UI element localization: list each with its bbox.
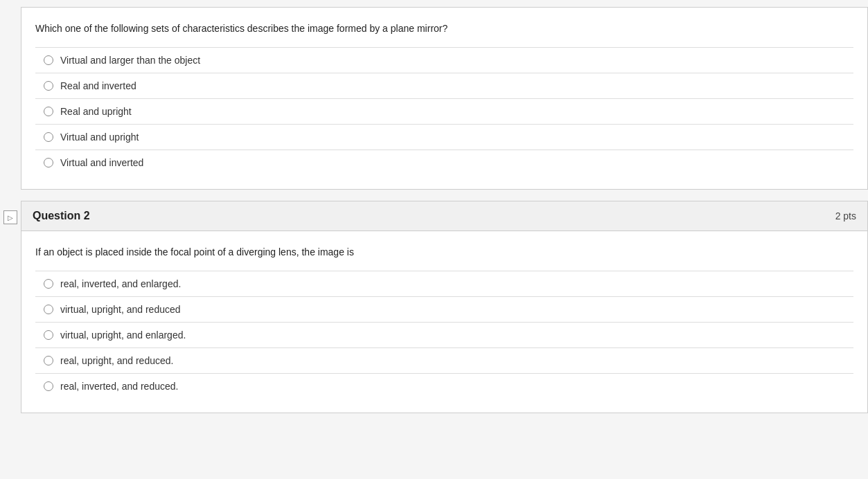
option-label: Real and upright (60, 106, 132, 117)
q2-side-marker: ▷ (0, 201, 21, 413)
question-2-block: Question 2 2 pts If an object is placed … (21, 201, 868, 413)
page-container: Which one of the following sets of chara… (0, 0, 868, 479)
question-2-header: Question 2 2 pts (21, 201, 867, 231)
radio-button[interactable] (44, 356, 53, 365)
question-2-wrapper: ▷ Question 2 2 pts If an object is place… (0, 201, 868, 413)
question-1-block: Which one of the following sets of chara… (21, 7, 868, 190)
option-label: real, inverted, and enlarged. (60, 278, 181, 289)
question-2-body: If an object is placed inside the focal … (21, 231, 867, 413)
list-item[interactable]: virtual, upright, and reduced (35, 297, 853, 323)
list-item[interactable]: Virtual and inverted (35, 150, 853, 175)
option-label: real, inverted, and reduced. (60, 381, 178, 392)
option-label: real, upright, and reduced. (60, 355, 173, 366)
question-1-options: Virtual and larger than the object Real … (35, 47, 853, 175)
radio-button[interactable] (44, 330, 53, 340)
radio-button[interactable] (44, 279, 53, 289)
list-item[interactable]: real, inverted, and enlarged. (35, 271, 853, 297)
q1-side-marker (0, 7, 21, 190)
question-1-text: Which one of the following sets of chara… (35, 21, 853, 36)
question-2-options: real, inverted, and enlarged. virtual, u… (35, 271, 853, 399)
list-item[interactable]: real, inverted, and reduced. (35, 374, 853, 399)
option-label: virtual, upright, and enlarged. (60, 329, 186, 341)
list-item[interactable]: Real and upright (35, 99, 853, 125)
option-label: virtual, upright, and reduced (60, 304, 181, 315)
question-2-title: Question 2 (33, 210, 90, 222)
radio-button[interactable] (44, 305, 53, 314)
question-1-wrapper: Which one of the following sets of chara… (0, 7, 868, 190)
option-label: Virtual and inverted (60, 157, 143, 168)
radio-button[interactable] (44, 381, 53, 391)
list-item[interactable]: virtual, upright, and enlarged. (35, 323, 853, 348)
radio-button[interactable] (44, 55, 53, 65)
list-item[interactable]: Virtual and larger than the object (35, 48, 853, 73)
radio-button[interactable] (44, 158, 53, 168)
list-item[interactable]: real, upright, and reduced. (35, 348, 853, 374)
radio-button[interactable] (44, 81, 53, 91)
list-item[interactable]: Real and inverted (35, 73, 853, 99)
radio-button[interactable] (44, 107, 53, 116)
list-item[interactable]: Virtual and upright (35, 125, 853, 150)
radio-button[interactable] (44, 132, 53, 142)
question-marker-icon: ▷ (3, 210, 17, 224)
option-label: Real and inverted (60, 80, 136, 91)
question-2-text: If an object is placed inside the focal … (35, 245, 853, 260)
question-2-points: 2 pts (835, 210, 856, 222)
option-label: Virtual and larger than the object (60, 55, 200, 66)
option-label: Virtual and upright (60, 132, 139, 143)
question-1-body: Which one of the following sets of chara… (21, 8, 867, 189)
